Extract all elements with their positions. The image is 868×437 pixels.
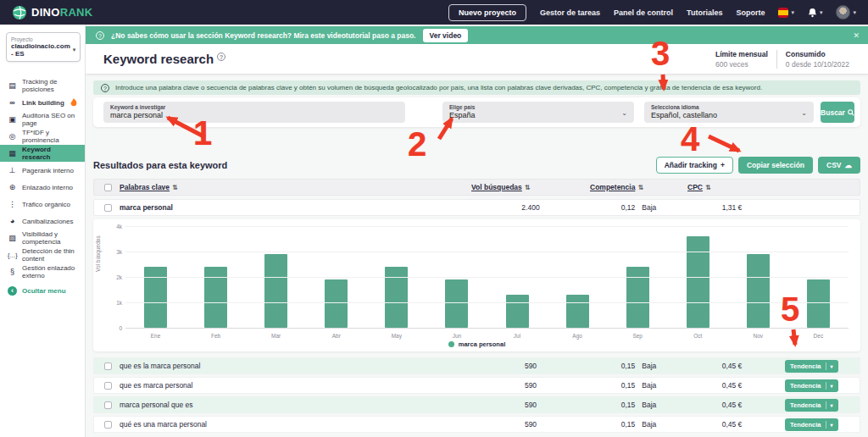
sidebar-item-keyword-research[interactable]: ▦ Keyword research [0, 145, 85, 162]
chevron-down-icon: ▾ [853, 9, 856, 16]
competition-cell: 0,15Baja [590, 401, 687, 409]
column-header-volume[interactable]: Vol búsquedas ⇅ [471, 183, 590, 191]
x-tick-label: Dec [788, 333, 849, 339]
sidebar-item-auditoria-seo[interactable]: ▣ Auditoría SEO on page [0, 111, 85, 128]
copy-selection-button[interactable]: Copiar selección [738, 157, 813, 174]
select-all-checkbox[interactable] [104, 184, 112, 191]
country-select[interactable]: Elige país España ⌄ [442, 102, 634, 123]
notifications-menu[interactable]: ▾ [808, 8, 823, 18]
results-title: Resultados para esta keyword [93, 160, 227, 170]
sidebar: Proyecto claudioinacio.com - ES ▾ ▤ Trac… [0, 25, 86, 437]
chevron-down-icon: ⌄ [621, 109, 627, 117]
x-tick-label: May [366, 333, 426, 339]
cpc-cell: 0,45 € [687, 381, 776, 390]
keyword-cell: que es marca personal [120, 381, 471, 390]
row-checkbox[interactable] [104, 362, 112, 370]
bar-jul[interactable] [506, 295, 529, 328]
bar-jun[interactable] [445, 279, 468, 328]
cpc-cell: 1,31 € [687, 203, 776, 212]
country-select-value: España [449, 111, 627, 119]
y-axis-label: Vol búsquedas [95, 235, 101, 272]
bar-ene[interactable] [144, 267, 167, 328]
trend-button[interactable]: Tendencia▾ [785, 360, 838, 373]
nav-support[interactable]: Soporte [736, 8, 765, 17]
bar-nov[interactable] [747, 254, 770, 328]
sidebar-item-tracking-posiciones[interactable]: ▤ Tracking de posiciones [0, 77, 85, 94]
row-checkbox[interactable] [104, 401, 112, 409]
csv-export-button[interactable]: CSV ☁ [818, 157, 860, 174]
sort-icon: ⇅ [637, 184, 643, 191]
row-checkbox[interactable] [104, 204, 112, 212]
close-icon[interactable]: ✕ [853, 31, 860, 40]
bar-mar[interactable] [264, 254, 287, 328]
info-circle-icon[interactable]: ? [217, 53, 225, 61]
add-tracking-button[interactable]: Añadir tracking + [656, 157, 733, 174]
keyword-cell: marca personal [120, 203, 471, 212]
search-button[interactable]: Buscar [821, 102, 854, 123]
sidebar-item-gestion-enlazado-externo[interactable]: § Gestión enlazado externo [0, 263, 85, 280]
main-content: Keyword research ? Límite mensual 600 ve… [86, 44, 868, 437]
trend-button[interactable]: Tendencia▾ [785, 379, 838, 392]
new-project-button[interactable]: Nuevo proyecto [448, 4, 526, 21]
project-value: claudioinacio.com - ES ▾ [11, 42, 75, 58]
trend-button[interactable]: Tendencia▾ [785, 418, 838, 431]
bar-sep[interactable] [626, 267, 649, 328]
gridline [125, 328, 849, 329]
sidebar-item-enlazado-interno[interactable]: ⊛ Enlazado interno [0, 179, 85, 196]
table-row-main-keyword: marca personal 2.400 0,12 Baja 1,31 € [93, 199, 860, 216]
results-header: Resultados para esta keyword Añadir trac… [93, 156, 860, 174]
watch-video-button[interactable]: Ver video [423, 29, 469, 42]
nav-control-panel[interactable]: Panel de control [614, 8, 673, 17]
plus-icon: + [721, 161, 725, 169]
y-tick-label: 2k [103, 274, 122, 280]
bar-oct[interactable] [687, 236, 709, 328]
language-select[interactable]: Selecciona idioma Español, castellano ⌄ [644, 102, 814, 123]
sidebar-item-trafico-organico[interactable]: ⋮ Tráfico orgánico [0, 196, 85, 213]
bar-may[interactable] [385, 267, 408, 328]
keyword-cell: marca personal que es [120, 401, 471, 409]
nav-tutorials[interactable]: Tutoriales [687, 8, 722, 17]
project-selector[interactable]: Proyecto claudioinacio.com - ES ▾ [6, 32, 81, 62]
limit-label: Límite mensual [715, 50, 768, 58]
derived-keywords-table: que es la marca personal 590 0,15Baja 0,… [93, 357, 860, 433]
audit-page-icon: ▣ [8, 115, 17, 124]
sidebar-item-tfidf[interactable]: ◎ TF*IDF y prominencia [0, 128, 85, 145]
sidebar-item-label: Visibilidad y competencia [22, 230, 80, 246]
column-header-competition[interactable]: Competencia ⇅ [590, 183, 687, 191]
sidebar-item-link-building[interactable]: ∞ Link building [0, 94, 85, 111]
trend-button[interactable]: Tendencia▾ [785, 399, 838, 412]
bar-ago[interactable] [566, 295, 589, 328]
sidebar-item-pagerank-interno[interactable]: ⊥ Pagerank interno [0, 162, 85, 179]
search-button-label: Buscar [821, 108, 845, 117]
gridline [125, 226, 849, 227]
hide-menu-button[interactable]: ‹ Ocultar menu [0, 282, 85, 299]
bar-feb[interactable] [204, 267, 227, 328]
x-tick-label: Nov [728, 333, 788, 339]
chevron-down-icon: ▾ [831, 383, 833, 389]
user-menu[interactable]: ▾ [836, 5, 856, 19]
language-select-value: Español, castellano [651, 111, 807, 119]
volume-cell: 2.400 [471, 203, 590, 212]
bar-abr[interactable] [325, 279, 348, 328]
x-tick-label: Ene [125, 333, 186, 339]
volume-cell: 590 [471, 420, 590, 429]
column-header-keyword[interactable]: Palabras clave ⇅ [120, 183, 471, 191]
language-flag-selector[interactable]: ▾ [778, 8, 794, 18]
sidebar-item-thin-content[interactable]: {…} Detección de thin content [0, 246, 85, 263]
chart-legend: marca personal [93, 340, 860, 348]
chevron-down-icon: ▾ [820, 9, 823, 16]
sidebar-item-canibalizaciones[interactable]: ◕ Canibalizaciones [0, 213, 85, 230]
search-icon [848, 109, 854, 116]
row-checkbox[interactable] [104, 421, 112, 429]
y-tick-label: 3k [103, 249, 122, 255]
keyword-input-label: Keyword a investigar [110, 104, 398, 110]
row-checkbox[interactable] [104, 382, 112, 390]
nav-task-manager[interactable]: Gestor de tareas [540, 8, 600, 17]
bar-dec[interactable] [807, 279, 830, 328]
column-header-cpc[interactable]: CPC ⇅ [687, 183, 776, 191]
network-icon: ⊛ [8, 183, 17, 191]
dinorank-logo[interactable]: DINORANK [12, 5, 92, 20]
copy-selection-label: Copiar selección [747, 161, 804, 169]
keyword-input[interactable]: Keyword a investigar marca personal [103, 102, 405, 123]
sidebar-item-visibilidad[interactable]: ▨ Visibilidad y competencia [0, 230, 85, 246]
